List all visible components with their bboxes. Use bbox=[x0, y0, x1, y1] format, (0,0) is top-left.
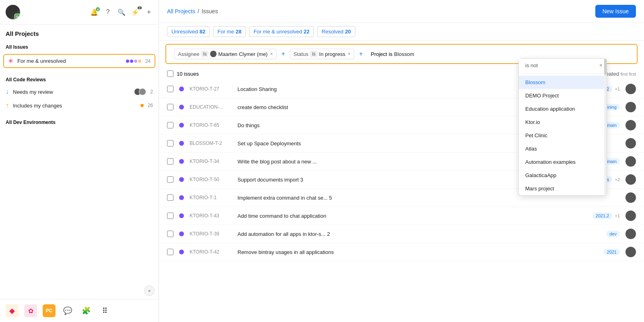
filter-tab-unresolved[interactable]: Unresolved 82 bbox=[167, 26, 210, 37]
filter-status[interactable]: Status is In progress × bbox=[290, 49, 354, 59]
issue-row[interactable]: KTORIO-T-43 Add time command to chat app… bbox=[159, 207, 644, 225]
filter-tab-resolved[interactable]: Resolved 20 bbox=[317, 26, 355, 37]
issue-row[interactable]: KTORIO-T-39 Add automation for all apps … bbox=[159, 225, 644, 243]
needs-review-count: 2 bbox=[150, 89, 153, 95]
dropdown-option[interactable]: Mars project bbox=[519, 182, 607, 195]
lightning-icon[interactable]: ⚡8 bbox=[131, 8, 139, 16]
sidebar-item-label: For me & unresolved bbox=[17, 58, 122, 64]
issue-checkbox[interactable] bbox=[167, 213, 173, 219]
issue-plus-count: +2 bbox=[615, 177, 620, 182]
issue-dot bbox=[179, 231, 184, 236]
flower-icon: ✿ bbox=[28, 307, 33, 315]
status-remove[interactable]: × bbox=[348, 51, 351, 57]
issue-id: KTORIO-T-34 bbox=[190, 159, 232, 164]
filter-project[interactable]: Project is bbox=[367, 50, 433, 59]
sidebar-header: G 🔔 8 ? 🔍 ⚡8 + bbox=[0, 0, 159, 25]
flower-app-icon[interactable]: ✿ bbox=[24, 304, 37, 317]
sidebar-item-for-me-unresolved[interactable]: ✳ For me & unresolved 24 bbox=[3, 54, 155, 68]
avatar[interactable]: G bbox=[6, 5, 20, 19]
issue-meta: 2021.2 +1 bbox=[592, 213, 620, 219]
tab-count-for-me: 28 bbox=[235, 29, 241, 35]
assignee-remove[interactable]: × bbox=[270, 51, 273, 57]
issue-id: KTORIO-T-65 bbox=[190, 122, 232, 128]
assignee-key: Assignee bbox=[178, 51, 199, 57]
issue-assignee-avatar bbox=[625, 156, 636, 167]
add-icon[interactable]: + bbox=[145, 8, 153, 16]
filter-tabs: Unresolved 82 For me 28 For me & unresol… bbox=[159, 23, 644, 41]
issue-dot bbox=[179, 213, 184, 218]
project-key: Project bbox=[371, 51, 387, 57]
sidebar: G 🔔 8 ? 🔍 ⚡8 + All Projects All Issues ✳… bbox=[0, 0, 159, 322]
orange-dot bbox=[140, 104, 144, 107]
help-icon[interactable]: ? bbox=[104, 8, 112, 16]
dropdown-option[interactable]: Education application bbox=[519, 102, 607, 116]
issue-checkbox[interactable] bbox=[167, 231, 173, 237]
dropdown-option[interactable]: Atlas bbox=[519, 142, 607, 155]
includes-changes-count: 26 bbox=[148, 103, 153, 108]
issue-checkbox[interactable] bbox=[167, 194, 173, 201]
issue-checkbox[interactable] bbox=[167, 158, 173, 165]
changes-badge bbox=[140, 104, 144, 107]
filter-add-2[interactable]: + bbox=[357, 50, 364, 58]
sidebar-item-needs-review[interactable]: ↓ Needs my review 2 bbox=[0, 85, 159, 99]
filter-add-1[interactable]: + bbox=[280, 50, 287, 58]
chat-app-icon[interactable]: 💬 bbox=[61, 304, 74, 317]
grid-app-icon[interactable]: ⠿ bbox=[98, 304, 111, 317]
includes-changes-label: Includes my changes bbox=[13, 103, 136, 109]
sidebar-item-includes-changes[interactable]: ↑ Includes my changes 26 bbox=[0, 99, 159, 112]
purple-dots bbox=[126, 60, 141, 63]
changes-icon: ↑ bbox=[6, 102, 9, 109]
filter-tab-for-me[interactable]: For me 28 bbox=[213, 26, 246, 37]
puzzle-app-icon[interactable]: 🧩 bbox=[80, 304, 93, 317]
scrollbar-thumb[interactable] bbox=[604, 59, 607, 75]
breadcrumb-separator: / bbox=[198, 8, 199, 14]
scrollbar-track bbox=[604, 59, 607, 195]
issue-checkbox[interactable] bbox=[167, 86, 173, 92]
issue-checkbox[interactable] bbox=[167, 140, 173, 147]
issue-row[interactable]: KTORIO-T-42 Remove bintray usages in all… bbox=[159, 243, 644, 261]
issue-assignee-avatar bbox=[625, 102, 636, 112]
status-val: In progress bbox=[319, 51, 345, 57]
filter-assignee[interactable]: Assignee is Maarten Clymer (me) × bbox=[174, 49, 277, 59]
sidebar-collapse-btn[interactable]: « bbox=[144, 285, 155, 296]
issue-title: Remove bintray usages in all application… bbox=[237, 249, 598, 255]
dropdown-option[interactable]: DEMO Project bbox=[519, 89, 607, 102]
item-count: 24 bbox=[145, 58, 151, 64]
filter-tab-for-me-unresolved[interactable]: For me & unresolved 22 bbox=[249, 26, 314, 37]
diamond-app-icon[interactable]: ◆ bbox=[6, 304, 19, 317]
dropdown-option[interactable]: Blossom bbox=[519, 76, 607, 89]
dropdown-option[interactable]: Ktor.io bbox=[519, 116, 607, 129]
issue-tag[interactable]: dev bbox=[606, 231, 620, 237]
issue-assignee-avatar bbox=[625, 192, 636, 203]
dropdown-option[interactable]: Pet Clinic bbox=[519, 129, 607, 142]
pc-icon: PC bbox=[46, 308, 53, 314]
bell-icon[interactable]: 🔔 8 bbox=[90, 8, 98, 16]
top-icons-group: 🔔 8 ? 🔍 ⚡8 + bbox=[90, 8, 153, 16]
dropdown-option[interactable]: Automation examples bbox=[519, 155, 607, 169]
dropdown-is-not[interactable]: is not bbox=[519, 59, 607, 72]
issue-assignee-avatar bbox=[625, 229, 636, 239]
dropdown-divider bbox=[519, 74, 607, 74]
issue-tag[interactable]: 2021 bbox=[604, 249, 620, 255]
issue-assignee-avatar bbox=[625, 120, 636, 130]
select-all-checkbox[interactable] bbox=[167, 70, 173, 77]
dropdown-close-btn[interactable]: × bbox=[599, 62, 603, 68]
issue-tag[interactable]: 2021.2 bbox=[592, 213, 613, 219]
issue-checkbox[interactable] bbox=[167, 249, 173, 255]
issue-title: Add automation for all apps in ktor-s...… bbox=[237, 231, 601, 237]
new-issue-button[interactable]: New Issue bbox=[595, 5, 636, 18]
issue-dot bbox=[179, 195, 184, 200]
dev-environments-section: All Dev Environments bbox=[0, 116, 159, 131]
dropdown-option[interactable]: GalacticaApp bbox=[519, 169, 607, 182]
issue-id: KTORIO-T-42 bbox=[190, 249, 232, 255]
pc-app-icon[interactable]: PC bbox=[43, 304, 56, 317]
search-icon[interactable]: 🔍 bbox=[118, 8, 126, 16]
project-input[interactable] bbox=[394, 51, 430, 57]
needs-review-label: Needs my review bbox=[13, 89, 130, 95]
breadcrumb-parent[interactable]: All Projects bbox=[167, 8, 195, 14]
main-header: All Projects / Issues New Issue bbox=[159, 0, 644, 23]
issue-id: KTORIO-T-27 bbox=[190, 86, 232, 92]
issue-checkbox[interactable] bbox=[167, 104, 173, 110]
issue-checkbox[interactable] bbox=[167, 122, 173, 128]
issue-checkbox[interactable] bbox=[167, 176, 173, 183]
